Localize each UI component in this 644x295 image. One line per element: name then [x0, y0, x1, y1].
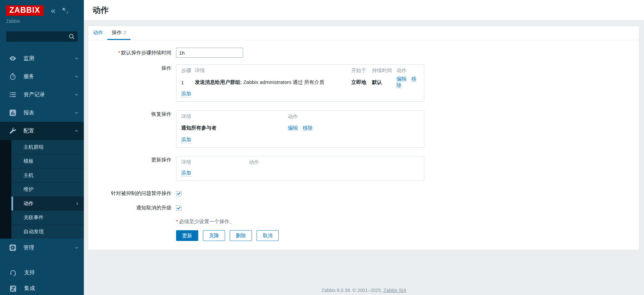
duration-row: *默认操作步骤持续时间 [93, 48, 634, 58]
collapse-sidebar-icon[interactable]: « [51, 7, 55, 14]
operation-step: 1 [181, 80, 195, 85]
update-table: 详情 动作 添加 [176, 156, 424, 181]
sidebar-item-label: 服务 [23, 73, 74, 80]
chevron-down-icon [74, 111, 78, 114]
sidebar-item-maintenance[interactable]: 维护 [11, 182, 84, 196]
main-content: 动作 动作 操作2 *默认操作步骤持续时间 [84, 0, 644, 295]
edit-recovery-link[interactable]: 编辑 [288, 125, 298, 131]
configuration-section: 配置 主机群组 模板 主机 维护 动作 关联 [0, 122, 84, 239]
remove-recovery-link[interactable]: 移除 [303, 125, 313, 131]
operations-form: *默认操作步骤持续时间 操作 步骤 详情 开始于 [88, 48, 639, 250]
buttons-row: 更新 克隆 删除 取消 [93, 230, 634, 241]
sidebar-item-label: 支持 [24, 269, 35, 276]
sidebar-item-label: 资产记录 [23, 91, 74, 98]
sidebar-item-discovery[interactable]: 自动发现 [11, 225, 84, 239]
operation-type: 发送消息给用户群组: [195, 79, 242, 85]
recovery-operation-row: 通知所有参与者 编辑 移除 [181, 122, 419, 134]
sidebar-item-label: 配置 [23, 128, 74, 135]
chevron-down-icon [74, 246, 78, 249]
search-input[interactable] [6, 31, 78, 42]
sidebar-item-host-groups[interactable]: 主机群组 [11, 140, 84, 154]
tab-action[interactable]: 动作 [89, 26, 107, 40]
check-icon [177, 206, 181, 210]
headset-icon [9, 269, 17, 277]
operations-label: 操作 [93, 64, 171, 71]
main-menu: 监测 服务 [0, 49, 84, 295]
logo-row: ZABBIX « [6, 5, 78, 16]
required-asterisk: * [176, 218, 178, 224]
sidebar-item-actions[interactable]: 动作 [11, 196, 84, 210]
note-row: *必须至少设置一个操作。 [93, 218, 634, 225]
configuration-submenu: 主机群组 模板 主机 维护 动作 关联事件 自动发现 [0, 140, 84, 239]
update-button[interactable]: 更新 [176, 230, 198, 241]
col-header-action: 动作 [288, 113, 419, 120]
expand-fullscreen-icon[interactable] [62, 7, 69, 14]
add-operation-link[interactable]: 添加 [181, 91, 191, 97]
notify-cancel-label: 通知取消的升级 [93, 204, 171, 211]
update-label: 更新操作 [93, 156, 171, 163]
cancel-button[interactable]: 取消 [257, 230, 279, 241]
submenu-label: 主机群组 [23, 144, 78, 150]
col-header-start-in: 开始于 [351, 67, 372, 74]
gear-icon [9, 244, 17, 252]
col-header-details: 详情 [181, 159, 249, 165]
edit-operation-link[interactable]: 编辑 [396, 76, 407, 82]
operations-table: 步骤 详情 开始于 持续时间 动作 1 发送消息给用户群组: Zabbix ad… [176, 64, 424, 102]
eye-icon [9, 54, 17, 62]
app-window: ZABBIX « Zabbix [0, 0, 644, 295]
pause-suppressed-row: 针对被抑制的问题暂停操作 [93, 190, 634, 197]
clone-button[interactable]: 克隆 [203, 230, 225, 241]
submenu-label: 动作 [23, 200, 76, 207]
tab-operations[interactable]: 操作2 [107, 26, 130, 40]
pause-suppressed-checkbox[interactable] [176, 191, 181, 196]
tab-operations-label: 操作 [112, 30, 122, 35]
sidebar-item-integrations[interactable]: 集成 [0, 281, 84, 295]
delete-button[interactable]: 删除 [230, 230, 252, 241]
sidebar-item-administration[interactable]: 管理 [0, 239, 84, 257]
action-edit-card: 动作 操作2 *默认操作步骤持续时间 操作 [88, 26, 639, 250]
update-row: 更新操作 详情 动作 添加 [93, 156, 634, 181]
pause-suppressed-label: 针对被抑制的问题暂停操作 [93, 190, 171, 197]
add-update-link[interactable]: 添加 [181, 170, 191, 177]
sidebar-search [6, 31, 78, 42]
duration-label: *默认操作步骤持续时间 [93, 48, 171, 56]
zabbix-logo[interactable]: ZABBIX [6, 5, 44, 16]
sidebar-item-event-correlation[interactable]: 关联事件 [11, 210, 84, 225]
sidebar-item-inventory[interactable]: 资产记录 [0, 86, 84, 104]
duration-input[interactable] [176, 48, 243, 58]
list-icon [9, 91, 17, 99]
sidebar-item-reports[interactable]: 报表 [0, 104, 84, 122]
sidebar-item-configuration[interactable]: 配置 [0, 122, 84, 140]
recovery-operation-details: 通知所有参与者 [181, 125, 288, 131]
add-recovery-link[interactable]: 添加 [181, 137, 191, 143]
search-icon[interactable] [68, 33, 75, 40]
sidebar-item-support[interactable]: 支持 [0, 265, 84, 281]
sidebar-item-label: 报表 [23, 109, 74, 116]
recovery-table: 详情 动作 通知所有参与者 编辑 移除 添加 [176, 110, 424, 148]
chevron-down-icon [74, 57, 78, 60]
operations-row: 操作 步骤 详情 开始于 持续时间 动作 1 发送消息给用户 [93, 64, 634, 102]
col-header-action: 动作 [249, 159, 419, 165]
submenu-label: 自动发现 [23, 229, 78, 235]
form-note: *必须至少设置一个操作。 [176, 218, 634, 225]
sidebar-item-hosts[interactable]: 主机 [11, 168, 84, 182]
page-footer: Zabbix 6.0.39. © 2001–2025, Zabbix SIA [84, 288, 644, 293]
submenu-label: 关联事件 [23, 214, 78, 221]
notify-cancel-checkbox[interactable] [176, 205, 181, 211]
recovery-operation-actions: 编辑 移除 [288, 125, 419, 131]
sidebar-item-label: 监测 [23, 55, 74, 62]
recovery-label: 恢复操作 [93, 110, 171, 117]
sidebar-item-services[interactable]: 服务 [0, 67, 84, 86]
sidebar-item-label: 集成 [24, 285, 35, 292]
col-header-action: 动作 [396, 67, 419, 74]
sidebar-item-monitoring[interactable]: 监测 [0, 49, 84, 67]
chevron-up-icon [74, 130, 78, 132]
z-icon [9, 285, 17, 292]
zabbix-sia-link[interactable]: Zabbix SIA [383, 288, 406, 293]
page-title: 动作 [93, 5, 109, 15]
recovery-row: 恢复操作 详情 动作 通知所有参与者 编辑 移除 [93, 110, 634, 148]
submenu-label: 维护 [23, 186, 78, 193]
notify-cancel-row: 通知取消的升级 [93, 204, 634, 211]
sidebar-item-templates[interactable]: 模板 [11, 154, 84, 168]
operation-duration: 默认 [372, 79, 396, 86]
